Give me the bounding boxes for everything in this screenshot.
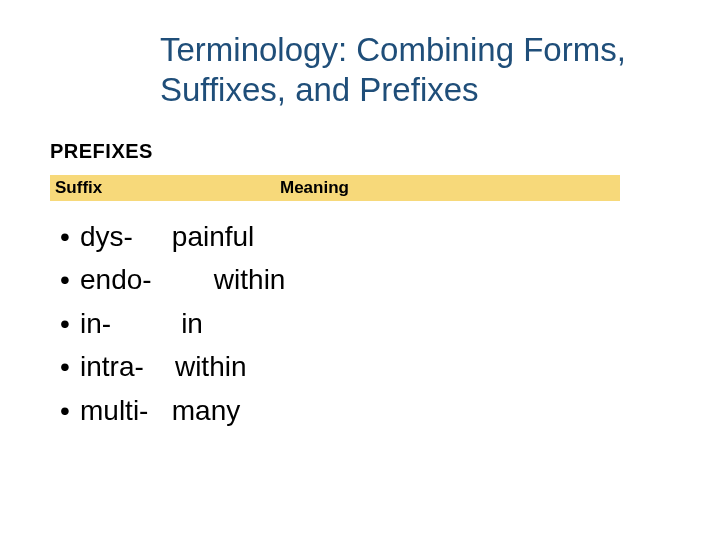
slide-title: Terminology: Combining Forms, Suffixes, … — [160, 30, 680, 109]
list-item: •endo- within — [60, 258, 285, 301]
term: dys- — [80, 215, 133, 258]
bullet-icon: • — [60, 258, 80, 301]
bullet-icon: • — [60, 302, 80, 345]
slide: Terminology: Combining Forms, Suffixes, … — [0, 0, 720, 540]
term: multi- — [80, 389, 148, 432]
bullet-icon: • — [60, 215, 80, 258]
meaning: painful — [172, 215, 255, 258]
list-item: •intra- within — [60, 345, 285, 388]
meaning: within — [175, 345, 247, 388]
list-item: •dys- painful — [60, 215, 285, 258]
term: in- — [80, 302, 111, 345]
meaning: many — [172, 389, 240, 432]
meaning: in — [181, 302, 203, 345]
term: intra- — [80, 345, 144, 388]
bullet-icon: • — [60, 345, 80, 388]
list-item: •in- in — [60, 302, 285, 345]
term: endo- — [80, 258, 152, 301]
list-item: •multi- many — [60, 389, 285, 432]
column-header-meaning: Meaning — [280, 178, 349, 198]
bullet-icon: • — [60, 389, 80, 432]
section-heading: PREFIXES — [50, 140, 153, 163]
column-header-suffix: Suffix — [55, 178, 102, 198]
prefix-list: •dys- painful •endo- within •in- in •int… — [60, 215, 285, 432]
meaning: within — [214, 258, 286, 301]
